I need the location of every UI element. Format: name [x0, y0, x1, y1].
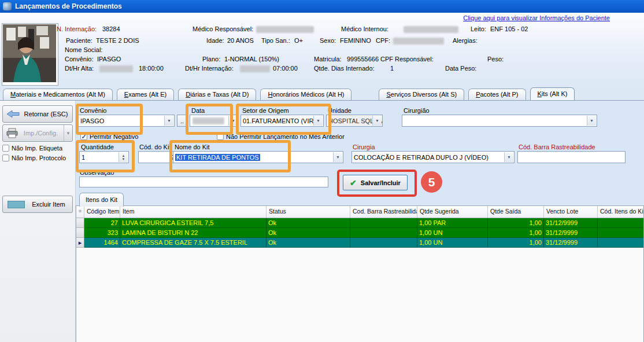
observacao-label: Observação	[80, 169, 114, 176]
form-area: Convênio IPASGO ▼ .. Data ▼ Setor de Ori…	[76, 101, 644, 342]
cell-vencto_lote: 31/12/9999	[544, 218, 598, 228]
quantidade-stepper[interactable]: 1 ▲▼	[79, 151, 129, 163]
cirurgia-label: Cirurgia	[353, 144, 375, 150]
cell-qtde_saida: 1,00	[488, 228, 544, 238]
chevron-down-icon[interactable]: ▼	[164, 116, 173, 126]
cell-item: COMPRESSA DE GAZE 7.5 X 7.5 ESTERIL	[120, 238, 267, 248]
cirurgiao-label: Cirurgião	[404, 107, 430, 114]
window-title: Lançamentos de Procedimentos	[15, 2, 122, 10]
unidade-select[interactable]: HOSPITAL SQL - MATR ▼	[326, 115, 383, 127]
data-select[interactable]: ▼	[190, 115, 239, 127]
sexo-label: Sexo:	[320, 37, 336, 44]
row-indicator[interactable]	[76, 228, 84, 238]
observacao-input[interactable]	[79, 176, 328, 187]
patient-info-link[interactable]: Clique aqui para visualizar Informações …	[463, 14, 610, 21]
spinner-arrows-icon[interactable]: ▲▼	[119, 152, 128, 162]
cirurgiao-select[interactable]: ▼	[402, 115, 597, 127]
grid-corner-asterisk[interactable]: ✳	[76, 206, 84, 218]
cell-qtde_saida: 1,00	[488, 218, 544, 228]
cell-status: Ok	[267, 218, 350, 228]
col-item[interactable]: Item	[120, 206, 267, 218]
printer-icon	[6, 128, 18, 138]
salvar-incluir-button[interactable]: ✔ Salvar/Incluir	[343, 175, 408, 190]
nao-imp-etiqueta-label: Não Imp. Etiqueta	[12, 145, 62, 152]
tab-exames[interactable]: Exames (Alt E)	[117, 89, 174, 100]
table-row[interactable]: 27LUVA CIRURGICA ESTERIL 7,5Ok1,00 PAR1,…	[76, 218, 644, 228]
col-cod-barra[interactable]: Cod. Barra Rastreabilidade	[350, 206, 417, 218]
tab-pacotes[interactable]: Pacotes (Alt P)	[468, 89, 525, 100]
row-indicator[interactable]: ▸	[76, 238, 84, 248]
tab-diarias-taxas[interactable]: Diárias e Taxas (Alt D)	[178, 89, 256, 100]
imp-config-dropdown[interactable]: ▼	[64, 125, 72, 141]
cell-codigo: 1464	[84, 238, 120, 248]
internacao-label: N. Internação:	[57, 25, 97, 32]
tab-servicos-diversos[interactable]: Serviços Diversos (Alt S)	[379, 89, 464, 100]
table-row[interactable]: 323LAMINA DE BISTURI N 22Ok1,00 UN1,0031…	[76, 228, 644, 238]
excluir-item-label: Excluir Item	[25, 201, 72, 208]
setor-origem-value: 01.FATURAMENTO (VIRTU	[243, 117, 322, 124]
qtde-dias-value: 1	[390, 65, 394, 72]
nome-kit-select[interactable]: KIT RETIRADA DE PONTOS ▼	[173, 151, 343, 163]
col-qtde-saida[interactable]: Qtde Saída	[488, 206, 544, 218]
tab-honorarios-medicos[interactable]: Honorários Médicos (Alt H)	[260, 89, 351, 100]
col-status[interactable]: Status	[267, 206, 350, 218]
title-bar: Lançamentos de Procedimentos	[0, 0, 644, 13]
chevron-down-icon[interactable]: ▼	[587, 116, 596, 126]
convenio-select[interactable]: IPASGO ▼	[78, 115, 175, 127]
cell-qtde_sugerida: 1,00 PAR	[417, 218, 488, 228]
plano-value: 1-NORMAL (150%)	[224, 56, 279, 62]
kit-items-body: 27LUVA CIRURGICA ESTERIL 7,5Ok1,00 PAR1,…	[76, 218, 643, 248]
tab-itens-do-kit[interactable]: Itens do Kit	[79, 193, 124, 207]
cod-barra-input[interactable]	[517, 151, 626, 163]
nao-imp-etiqueta-checkbox[interactable]: Não Imp. Etiqueta	[2, 145, 62, 152]
col-codigo-item[interactable]: Código Item	[84, 206, 120, 218]
tab-kits[interactable]: Kits (Alt K)	[530, 87, 575, 100]
sidebar: Retornar (ESC) Imp./Config. ▼ Não Imp. E…	[0, 101, 76, 342]
chevron-down-icon[interactable]: ▼	[333, 152, 342, 162]
step-5-badge: 5	[421, 171, 442, 193]
imp-config-button[interactable]: Imp./Config. ▼	[2, 124, 73, 142]
convenio-header-label: Convênio:	[65, 56, 94, 62]
nao-imp-protocolo-checkbox[interactable]: Não Imp. Protocolo	[2, 155, 66, 161]
permitir-negativo-checkbox[interactable]: ✓ Permitir Negativo	[80, 133, 138, 140]
back-arrow-icon	[6, 110, 20, 118]
medico-resp-label: Médico Responsável:	[193, 25, 253, 32]
tab-materiais-medicamentos[interactable]: Materiais e Medicamentos (Alt M)	[3, 89, 113, 100]
row-indicator[interactable]	[76, 218, 84, 228]
cirurgia-value: COLOCAÇÃO E RETIRADA DUPLO J (VÍDEO)	[354, 154, 488, 161]
nome-kit-value: KIT RETIRADA DE PONTOS	[175, 154, 260, 161]
convenio-browse-button[interactable]: ..	[177, 115, 187, 127]
chevron-down-icon[interactable]: ▼	[504, 152, 513, 162]
col-vencto-lote[interactable]: Vencto Lote	[544, 206, 598, 218]
paciente-value: TESTE 2 DOIS	[96, 37, 139, 44]
tipo-san-value: O+	[294, 37, 303, 44]
tipo-san-label: Tipo San.:	[261, 37, 290, 44]
dthr-alta-time: 18:00:00	[139, 65, 164, 72]
nao-imp-protocolo-label: Não Imp. Protocolo	[12, 155, 66, 161]
chevron-down-icon[interactable]: ▼	[372, 116, 382, 126]
col-qtde-sugerida[interactable]: Qtde Sugerida	[417, 206, 488, 218]
col-cod-itens-kit[interactable]: Cód. Itens do Kit	[598, 206, 644, 218]
browse-dots-label: ..	[180, 117, 184, 124]
cell-codigo: 27	[84, 218, 120, 228]
chevron-down-icon[interactable]: ▼	[228, 116, 238, 126]
idade-value: 20 ANOS	[227, 37, 254, 44]
setor-origem-select[interactable]: 01.FATURAMENTO (VIRTU ▼	[240, 115, 324, 127]
retornar-button[interactable]: Retornar (ESC)	[2, 105, 73, 123]
patient-header: Clique aqui para visualizar Informações …	[0, 13, 644, 88]
cell-barra	[350, 228, 417, 238]
alergias-label: Alergias:	[453, 37, 478, 44]
chevron-down-icon[interactable]: ▼	[313, 116, 323, 126]
cod-kit-label: Cód. do Kit	[139, 144, 171, 150]
qtde-dias-label: Qtde. Dias Internado:	[314, 65, 375, 72]
cirurgia-select[interactable]: COLOCAÇÃO E RETIRADA DUPLO J (VÍDEO) ▼	[351, 151, 515, 163]
table-row[interactable]: ▸1464COMPRESSA DE GAZE 7.5 X 7.5 ESTERIL…	[76, 238, 644, 248]
excluir-item-button[interactable]: Excluir Item	[2, 196, 73, 213]
redacted-medico-internou	[404, 26, 458, 33]
cell-item: LUVA CIRURGICA ESTERIL 7,5	[120, 218, 267, 228]
cell-item: LAMINA DE BISTURI N 22	[120, 228, 267, 238]
nao-permitir-mes-anterior-label: Não Permitir Lançamento no Mês Anterior	[226, 133, 345, 140]
leito-value: ENF 105 - 02	[490, 25, 528, 32]
cell-barra	[350, 238, 417, 248]
nao-permitir-mes-anterior-checkbox[interactable]: Não Permitir Lançamento no Mês Anterior	[217, 133, 345, 140]
